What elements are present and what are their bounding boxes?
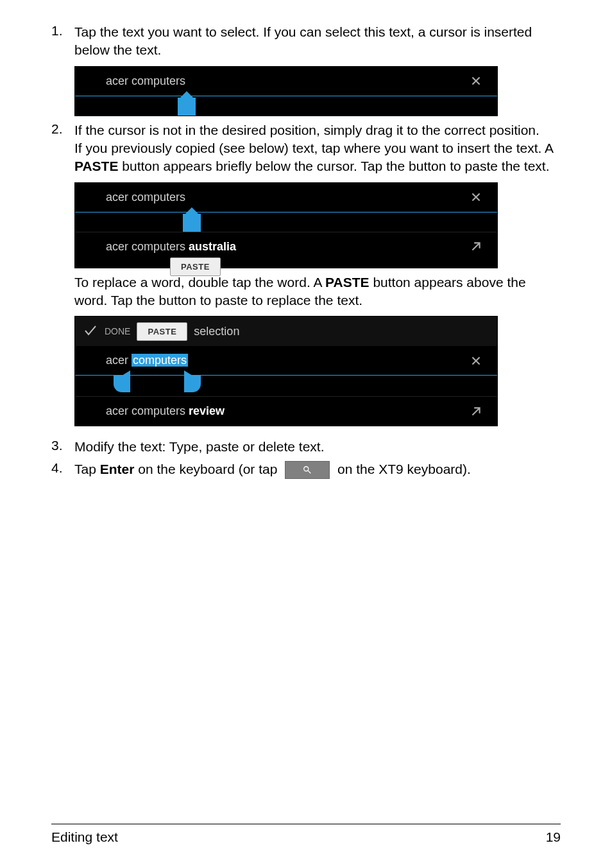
suggestion-1[interactable]: acer computers australia — [106, 240, 472, 254]
step-3: 3. Modify the text: Type, paste or delet… — [51, 438, 561, 456]
page-footer: Editing text 19 — [51, 824, 561, 845]
search-input-2[interactable]: acer computers — [106, 191, 472, 204]
screenshot-1: acer computers — [74, 66, 498, 116]
step-2-line1: If the cursor is not in the desired posi… — [74, 121, 561, 139]
screenshot-2: acer computers acer computers australia — [74, 182, 498, 268]
search-key-icon[interactable] — [285, 461, 330, 479]
insert-suggestion-icon[interactable] — [472, 407, 486, 416]
step-3-text: Modify the text: Type, paste or delete t… — [74, 438, 561, 456]
suggestion-1[interactable]: acer computers review — [106, 404, 472, 418]
step-4-text: Tap Enter on the keyboard (or tap on the… — [74, 460, 561, 479]
clear-icon[interactable] — [472, 356, 486, 365]
step-2: 2. If the cursor is not in the desired p… — [51, 121, 561, 427]
selection-handle-left[interactable] — [114, 376, 130, 392]
step-1-text: Tap the text you want to select. If you … — [74, 23, 561, 60]
step-2-after: To replace a word, double tap the word. … — [74, 273, 561, 310]
footer-section-title: Editing text — [51, 829, 118, 845]
screenshot-3: DONE PASTE selection acer computers — [74, 316, 498, 426]
step-2-number: 2. — [51, 121, 63, 137]
step-3-number: 3. — [51, 438, 63, 453]
text-cursor-handle[interactable] — [183, 214, 201, 232]
svg-point-6 — [304, 467, 309, 471]
search-input-1[interactable]: acer computers — [106, 74, 472, 88]
done-label[interactable]: DONE — [105, 326, 130, 336]
clear-icon[interactable] — [472, 193, 486, 202]
step-4-number: 4. — [51, 460, 63, 476]
selection-label: selection — [194, 325, 239, 338]
text-cursor-handle[interactable] — [178, 98, 196, 116]
step-1-number: 1. — [51, 23, 63, 39]
svg-line-7 — [308, 471, 310, 473]
step-2-line2: If you previously copied (see below) tex… — [74, 139, 561, 176]
paste-button[interactable]: PASTE — [137, 322, 187, 341]
insert-suggestion-icon[interactable] — [472, 242, 486, 251]
done-check-icon[interactable] — [83, 323, 98, 340]
paste-button[interactable]: PASTE — [170, 257, 221, 276]
clear-icon[interactable] — [472, 76, 486, 85]
step-1: 1. Tap the text you want to select. If y… — [51, 23, 561, 116]
search-input-3[interactable]: acer computers — [106, 354, 472, 367]
selected-text[interactable]: computers — [132, 354, 188, 367]
selection-handle-right[interactable] — [184, 376, 201, 392]
footer-page-number: 19 — [546, 829, 561, 845]
step-4: 4. Tap Enter on the keyboard (or tap on … — [51, 460, 561, 479]
